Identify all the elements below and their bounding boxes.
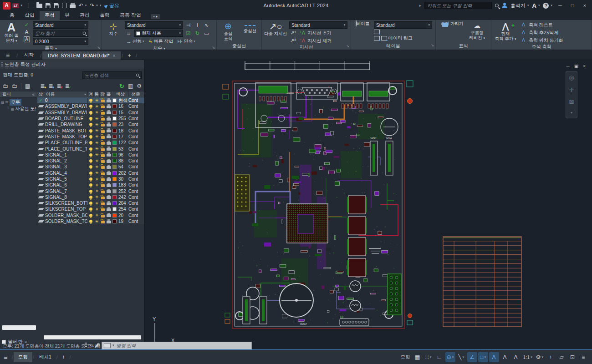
layer-color-swatch[interactable] [112, 165, 117, 169]
table-panel-launcher-icon[interactable]: ↘ [431, 42, 434, 49]
layer-freeze-icon[interactable]: ☀ [94, 165, 100, 169]
download-link-icon[interactable] [381, 36, 387, 40]
layer-freeze-icon[interactable]: ☀ [94, 159, 100, 163]
multileader-button[interactable]: ↗○ 다중 지시선 [264, 21, 287, 36]
layer-linetype[interactable]: Cont [128, 189, 142, 194]
col-lock[interactable]: 잠 [100, 91, 106, 97]
layer-unlock-icon[interactable] [101, 124, 105, 126]
leader-collect-icon[interactable]: ↗¹ [289, 30, 297, 36]
layer-color-swatch[interactable] [112, 207, 117, 211]
redo-icon[interactable]: ↷ [90, 3, 94, 8]
layer-unlock-icon[interactable] [101, 197, 105, 199]
layer-unlock-icon[interactable] [101, 208, 105, 211]
layer-unlock-icon[interactable] [101, 215, 105, 217]
layer-plot-icon[interactable] [107, 214, 111, 217]
layer-freeze-icon[interactable]: ☀ [94, 128, 100, 133]
tab-annotate[interactable]: 주석 [40, 10, 60, 20]
layer-color-swatch[interactable] [112, 219, 117, 223]
layer-on-icon[interactable] [89, 207, 92, 211]
scale-sync-label[interactable]: 축척 위치 동기화 [529, 37, 563, 44]
layer-freeze-icon[interactable]: ☀ [94, 201, 100, 206]
layer-linetype[interactable]: Cont [128, 207, 142, 212]
layer-row[interactable]: SIGNAL_7☀252Cont [37, 188, 144, 194]
tab-output[interactable]: 출력 [95, 10, 115, 20]
layer-name[interactable]: PASTE_MASK_TOP [44, 134, 88, 139]
new-drawing-tab-button[interactable]: + [124, 51, 135, 60]
object-snap-toggle[interactable]: □▾ [478, 352, 488, 362]
layer-freeze-icon[interactable]: ☀ [94, 213, 100, 217]
command-close-icon[interactable]: × [89, 343, 92, 348]
layer-freeze-icon[interactable]: ☀ [94, 141, 100, 145]
layer-linetype[interactable]: Cont [128, 213, 142, 218]
layer-linetype[interactable]: Cont [128, 128, 142, 133]
search-expand-icon[interactable]: ▸ [419, 3, 422, 8]
leader-remove-label[interactable]: 지시선 제거 [307, 38, 332, 44]
user-caret-icon[interactable]: ▾ [527, 4, 529, 7]
layer-color-swatch[interactable] [112, 159, 117, 163]
layer-name[interactable]: SIGNAL_7 [44, 189, 88, 194]
layer-on-icon[interactable] [89, 117, 92, 120]
layer-on-icon[interactable] [89, 220, 92, 223]
col-color[interactable]: 색상 [112, 91, 129, 97]
col-status[interactable]: 상 [37, 91, 44, 97]
annotation-monitor-toggle[interactable]: + [546, 352, 556, 362]
spell-check-icon[interactable]: ✓ [23, 21, 31, 28]
autodesk-app-icon[interactable]: A [532, 2, 536, 9]
plot-icon[interactable] [70, 5, 76, 8]
filter-pane-scrollbar[interactable] [2, 325, 36, 330]
center-mark-button[interactable]: ⊕ 중심표식 [219, 21, 237, 41]
layer-unlock-icon[interactable] [101, 191, 105, 193]
panel-dim-footer[interactable]: 치수 ▾ ↘ [102, 45, 216, 52]
app-logo-icon[interactable]: A [3, 2, 10, 10]
layer-row[interactable]: SIGNAL_1☀96Cont [37, 152, 144, 158]
set-current-layer-icon[interactable]: ≣✓ [65, 83, 70, 89]
dimension-button[interactable]: ⊹ 치수 [104, 21, 122, 36]
layer-linetype[interactable]: Cont [128, 195, 142, 200]
help-search-input[interactable] [424, 2, 492, 9]
layer-on-icon[interactable] [89, 177, 92, 181]
layer-linetype[interactable]: Cont [128, 158, 142, 163]
layer-plot-icon[interactable] [107, 166, 111, 169]
linear-dim-button[interactable]: ↔ 선형▾ [125, 38, 146, 45]
layer-linetype[interactable]: Cont [128, 177, 142, 182]
leader-remove-icon[interactable]: ⁻Λ [298, 37, 306, 44]
layer-color-swatch[interactable] [112, 195, 117, 199]
table-button[interactable]: 테이블 [353, 21, 372, 26]
app-menu-caret-icon[interactable]: ▾ [20, 4, 22, 7]
leader-panel-launcher-icon[interactable]: ↘ [346, 43, 349, 50]
layer-unlock-icon[interactable] [101, 130, 105, 133]
dim-check-icon[interactable]: ☑ [184, 30, 192, 37]
filter-used-item[interactable]: └ ≣ 사용된 도면층 [1, 106, 36, 112]
workspace-gear-toggle[interactable]: ⚙▾ [535, 352, 545, 362]
layer-states-icon[interactable]: ▤ [25, 83, 30, 89]
pan-icon[interactable]: ✛ [569, 87, 574, 93]
panel-text-footer[interactable]: 문자 ▾ ↘ [0, 45, 102, 52]
col-freeze[interactable]: 동 [94, 91, 100, 97]
layout-menu-icon[interactable]: ≡ [4, 353, 8, 361]
scale-list-label[interactable]: 축척 리스트 [529, 22, 553, 28]
layer-linetype[interactable]: Cont [128, 164, 142, 169]
layer-plot-icon[interactable] [107, 111, 111, 114]
layer-search-box[interactable] [82, 71, 142, 79]
layer-name[interactable]: SIGNAL_8 [44, 195, 88, 200]
find-text-search-icon[interactable] [83, 32, 86, 35]
layer-freeze-icon[interactable]: ☀ [94, 134, 100, 139]
layer-freeze-icon[interactable]: ☀ [94, 104, 100, 109]
collapse-filter-icon[interactable]: « [32, 92, 35, 97]
leader-style-combo[interactable]: Standard▾ [289, 21, 347, 29]
layer-on-icon[interactable] [89, 147, 92, 151]
layer-plot-icon[interactable] [107, 106, 111, 108]
layer-row[interactable]: SIGNAL_4☀202Cont [37, 170, 144, 176]
layer-on-icon[interactable] [89, 196, 92, 199]
doc-restore-icon[interactable]: ▣ [574, 64, 578, 69]
layer-on-icon[interactable] [89, 214, 92, 217]
layer-linetype[interactable]: Cont [128, 122, 142, 127]
text-style-icon[interactable]: A̶ [23, 29, 31, 35]
tab-manage[interactable]: 관리 [75, 10, 95, 20]
dim-break-icon[interactable]: ⊣ [184, 22, 192, 29]
layer-row[interactable]: PASTE_MASK_TOP☀17Cont [37, 134, 144, 140]
dim-update-icon[interactable]: ↻ [194, 30, 201, 37]
command-customize-icon[interactable] [95, 343, 99, 348]
undo-caret-icon[interactable]: ▾ [85, 4, 87, 7]
layer-unlock-icon[interactable] [101, 136, 105, 139]
